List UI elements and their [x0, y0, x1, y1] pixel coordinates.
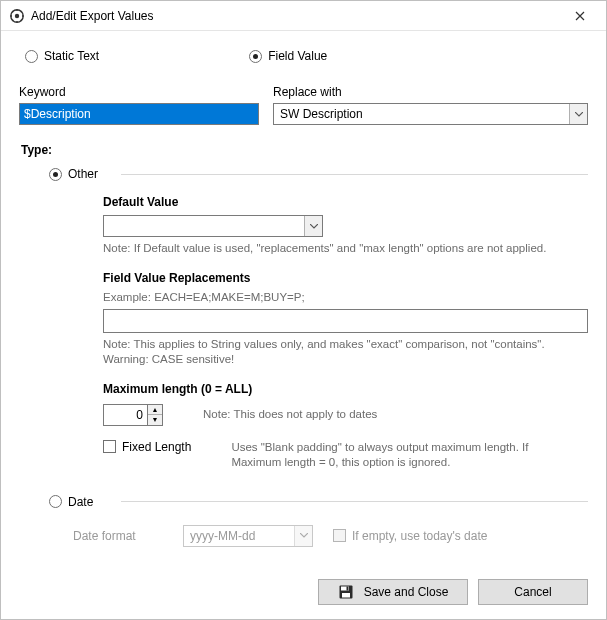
date-format-combo: yyyy-MM-dd [183, 525, 313, 547]
type-date-radio[interactable]: Date [49, 495, 109, 509]
keyword-label: Keyword [19, 85, 259, 99]
keyword-col: Keyword [19, 85, 259, 125]
type-date-block: Date Date format yyyy-MM-dd If empty, u [49, 495, 588, 547]
spin-down-icon[interactable]: ▼ [148, 415, 162, 425]
replacements-input[interactable] [103, 309, 588, 333]
maxlen-input[interactable] [103, 404, 147, 426]
static-text-label: Static Text [44, 49, 99, 63]
mode-radio-group: Static Text Field Value [19, 49, 588, 63]
date-format-value: yyyy-MM-dd [184, 529, 294, 543]
date-format-label: Date format [73, 529, 163, 543]
static-text-radio[interactable]: Static Text [25, 49, 99, 63]
divider [121, 174, 588, 175]
svg-point-1 [15, 13, 19, 17]
type-label: Type: [21, 143, 588, 157]
type-date-head: Date [49, 495, 588, 509]
keyword-replace-row: Keyword Replace with SW Description [19, 85, 588, 125]
maxlen-row: ▲ ▼ Note: This does not apply to dates [103, 404, 588, 426]
spinner-buttons[interactable]: ▲ ▼ [147, 404, 163, 426]
fixed-length-row: Fixed Length Uses "Blank padding" to alw… [103, 440, 588, 471]
radio-unchecked-icon [49, 495, 62, 508]
dialog-window: Add/Edit Export Values Static Text Field… [0, 0, 607, 620]
window-title: Add/Edit Export Values [31, 9, 558, 23]
type-block: Other Default Value Note: If Default val… [19, 167, 588, 547]
maxlen-heading: Maximum length (0 = ALL) [103, 382, 588, 396]
checkbox-unchecked-icon [103, 440, 116, 453]
field-value-radio[interactable]: Field Value [249, 49, 327, 63]
replacements-example: Example: EACH=EA;MAKE=M;BUY=P; [103, 291, 588, 303]
radio-checked-icon [49, 168, 62, 181]
radio-checked-icon [249, 50, 262, 63]
checkbox-disabled-icon [333, 529, 346, 542]
field-value-label: Field Value [268, 49, 327, 63]
chevron-down-icon [304, 216, 322, 236]
svg-rect-5 [346, 587, 348, 591]
divider [121, 501, 588, 502]
svg-rect-4 [342, 593, 350, 598]
type-other-label: Other [68, 167, 98, 181]
other-inner: Default Value Note: If Default value is … [49, 181, 588, 471]
cancel-button[interactable]: Cancel [478, 579, 588, 605]
button-bar: Save and Close Cancel [1, 569, 606, 619]
save-and-close-button[interactable]: Save and Close [318, 579, 468, 605]
default-value-note: Note: If Default value is used, "replace… [103, 241, 588, 257]
close-button[interactable] [558, 2, 602, 30]
fixed-length-label: Fixed Length [122, 440, 191, 454]
chevron-down-icon [294, 526, 312, 546]
replace-with-combo[interactable]: SW Description [273, 103, 588, 125]
replacements-note: Note: This applies to String values only… [103, 337, 588, 368]
type-other-radio[interactable]: Other [49, 167, 109, 181]
app-icon [9, 8, 25, 24]
titlebar: Add/Edit Export Values [1, 1, 606, 31]
radio-unchecked-icon [25, 50, 38, 63]
save-label: Save and Close [364, 585, 449, 599]
save-icon [338, 584, 354, 600]
keyword-input[interactable] [19, 103, 259, 125]
content-area: Static Text Field Value Keyword Replace … [1, 31, 606, 569]
default-value-heading: Default Value [103, 195, 588, 209]
chevron-down-icon [569, 104, 587, 124]
fixed-length-note: Uses "Blank padding" to always output ma… [231, 440, 531, 471]
date-row: Date format yyyy-MM-dd If empty, use tod… [49, 525, 588, 547]
replacements-heading: Field Value Replacements [103, 271, 588, 285]
use-today-checkbox: If empty, use today's date [333, 529, 487, 543]
spin-up-icon[interactable]: ▲ [148, 405, 162, 416]
use-today-label: If empty, use today's date [352, 529, 487, 543]
replace-with-value: SW Description [274, 107, 569, 121]
maxlen-note: Note: This does not apply to dates [203, 407, 377, 423]
fixed-length-checkbox[interactable]: Fixed Length [103, 440, 191, 454]
cancel-label: Cancel [514, 585, 551, 599]
type-date-label: Date [68, 495, 93, 509]
type-other-head: Other [49, 167, 588, 181]
replace-col: Replace with SW Description [273, 85, 588, 125]
default-value-combo[interactable] [103, 215, 323, 237]
maxlen-spinner[interactable]: ▲ ▼ [103, 404, 163, 426]
replace-label: Replace with [273, 85, 588, 99]
